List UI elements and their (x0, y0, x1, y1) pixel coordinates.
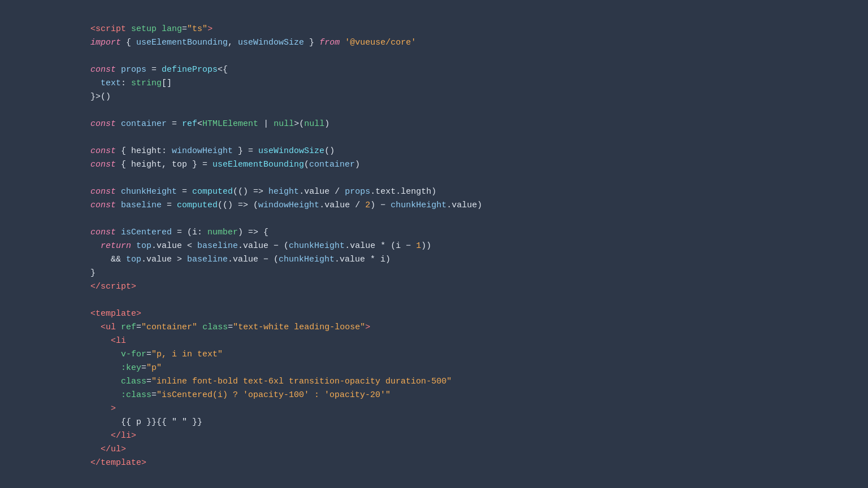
token (90, 377, 121, 386)
token (197, 323, 202, 332)
token: top (126, 255, 141, 264)
token: > (90, 404, 116, 413)
code-line: import { useElementBounding, useWindowSi… (90, 36, 868, 50)
token: "isCentered(i) ? 'opacity-100' : 'opacit… (157, 390, 390, 400)
token: >( (294, 119, 304, 129)
token: ref (121, 323, 136, 332)
token: li (121, 431, 131, 441)
code-line: const isCentered = (i: number) => { (90, 226, 868, 239)
code-line: <ul ref="container" class="text-white le… (90, 321, 868, 334)
token: useElementBounding (212, 160, 304, 169)
token: < (90, 323, 106, 332)
token: .text.length) (370, 187, 436, 197)
token: { height: (116, 146, 172, 156)
token: </ (90, 458, 101, 468)
token (116, 201, 121, 210)
token: () (324, 146, 335, 156)
token: = (146, 350, 151, 359)
code-line: </template> (90, 456, 868, 470)
token: li (116, 336, 126, 346)
code-line: v-for="p, i in text" (90, 348, 868, 361)
token: "p, i in text" (151, 350, 223, 359)
token: && (90, 255, 126, 264)
token: }>() (90, 92, 111, 102)
token: = (146, 377, 151, 386)
token (116, 323, 121, 332)
token: </ (90, 282, 101, 291)
token: | (258, 119, 274, 129)
code-line: } (90, 267, 868, 280)
token (131, 241, 136, 251)
code-line: {{ p }}{{ " " }} (90, 416, 868, 429)
token: const (90, 201, 116, 210)
token: { height, top } = (116, 160, 212, 169)
code-line: <template> (90, 307, 868, 321)
token: ref (182, 119, 197, 129)
token (90, 363, 121, 373)
token: chunkHeight (279, 255, 335, 264)
token: class (202, 323, 228, 332)
code-line: const chunkHeight = computed(() => heigh… (90, 185, 868, 199)
token: useWindowSize (258, 146, 324, 156)
token (116, 65, 121, 75)
token: = (i: (172, 228, 207, 237)
token: defineProps (162, 65, 218, 75)
token: const (90, 65, 116, 75)
token: (() => (233, 187, 268, 197)
token (157, 24, 162, 34)
token: computed (192, 187, 233, 197)
token: class (121, 377, 146, 386)
token: 1 (416, 241, 421, 251)
token: .value − ( (228, 255, 279, 264)
code-line: const { height: windowHeight } = useWind… (90, 145, 868, 158)
token: } (304, 38, 319, 47)
token: .value * i) (335, 255, 390, 264)
token: template (101, 458, 141, 468)
token (340, 38, 345, 47)
token: baseline (187, 255, 228, 264)
token: props (345, 187, 370, 197)
token: windowHeight (258, 201, 319, 210)
token: </ (90, 431, 121, 441)
token: ) (324, 119, 329, 129)
token: : (121, 79, 131, 88)
token: .value > (141, 255, 187, 264)
token: = (141, 363, 146, 373)
code-line: </script> (90, 280, 868, 294)
token: "text-white leading-loose" (233, 323, 365, 332)
token: container (309, 160, 355, 169)
token: script (96, 24, 126, 34)
token: const (90, 187, 116, 197)
token: number (207, 228, 238, 237)
token: const (90, 228, 116, 237)
token: [] (162, 79, 172, 88)
code-line (90, 104, 868, 117)
token: )) (421, 241, 431, 251)
code-line: }>() (90, 90, 868, 104)
token (90, 390, 121, 400)
token: = (151, 390, 157, 400)
token (116, 228, 121, 237)
code-editor: <script setup lang="ts">import { useElem… (0, 0, 868, 488)
token: > (365, 323, 370, 332)
token: = (167, 119, 182, 129)
token: < (90, 309, 96, 319)
token: chunkHeight (121, 187, 177, 197)
token: .value / (299, 187, 345, 197)
token: return (101, 241, 131, 251)
token: ul (111, 445, 121, 454)
token: '@vueuse/core' (345, 38, 416, 47)
code-line: const props = defineProps<{ (90, 63, 868, 77)
token: { (121, 38, 136, 47)
token: ul (106, 323, 116, 332)
token: "inline font-bold text-6xl transition-op… (151, 377, 452, 386)
token: :key (121, 363, 141, 373)
token: null (274, 119, 294, 129)
token: > (131, 282, 136, 291)
token: , (228, 38, 238, 47)
token: const (90, 146, 116, 156)
token: :class (121, 390, 151, 400)
token: 2 (365, 201, 370, 210)
token: = (162, 201, 177, 210)
token: <{ (218, 65, 228, 75)
